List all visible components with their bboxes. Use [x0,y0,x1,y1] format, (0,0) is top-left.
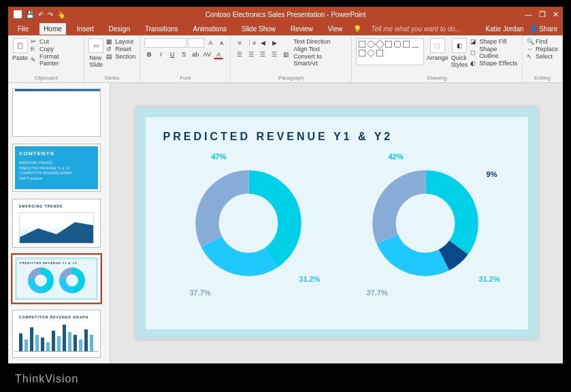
layout-button[interactable]: ▦Layout [106,38,135,45]
cut-button[interactable]: ✂Cut [31,38,80,45]
bullets-button[interactable]: ≡ [235,38,244,48]
align-center-button[interactable]: ☰ [246,50,256,59]
tab-view[interactable]: View [324,23,347,35]
align-right-button[interactable]: ☰ [258,50,267,59]
new-slide-icon: ▭ [88,38,103,53]
group-editing: 🔍Find ↔Replace ↖Select Editing [523,35,563,82]
bold-button[interactable]: B [144,50,154,59]
window-title: Contoso Electronics Sales Presentation -… [206,11,366,18]
slide-canvas[interactable]: PREDICTED REVENUE Y1 & Y2 47% 31.2% 37.7… [110,83,563,363]
underline-button[interactable]: U [167,50,177,59]
title-bar: 💾 ↶ ↷ 👆 Contoso Electronics Sales Presen… [8,7,563,22]
arrange-button[interactable]: ⬚ Arrange [427,38,448,61]
slide[interactable]: PREDICTED REVENUE Y1 & Y2 47% 31.2% 37.7… [136,108,538,339]
thumbnail-3[interactable]: EMERGING TRENDS [12,199,101,247]
tell-me-input[interactable]: Tell me what you want to do... [371,25,461,33]
undo-icon[interactable]: ↶ [38,11,44,18]
ribbon: 📋 Paste ✂Cut ⎘Copy ✎Format Painter Clipb… [8,35,563,83]
shapes-gallery[interactable] [356,38,424,65]
find-button[interactable]: 🔍Find [527,38,558,45]
copy-icon: ⎘ [31,46,37,52]
tab-home[interactable]: Home [39,23,66,35]
lightbulb-icon: 💡 [353,25,361,33]
thumbnail-1[interactable]: BUSINESS PLAN [12,88,101,137]
group-slides: ▭ New Slide ▦Layout ↺Reset ▤Section Slid… [84,35,140,82]
align-left-button[interactable]: ☰ [235,50,244,59]
copy-button[interactable]: ⎘Copy [31,46,80,52]
slide-title[interactable]: PREDICTED REVENUE Y1 & Y2 [163,131,510,143]
chart-label: 37.7% [367,289,388,297]
columns-button[interactable]: ▥ [281,50,291,59]
cursor-icon: ↖ [527,53,534,60]
minimize-button[interactable]: — [525,10,532,18]
group-font: A ᴀ B I U S ab AV A Font [140,35,231,82]
thumbnail-2[interactable]: CONTENTS EMERGING TRENDS PREDICTED REVEN… [12,144,101,192]
close-button[interactable]: ✕ [553,10,559,19]
font-size-select[interactable] [188,38,204,48]
tab-review[interactable]: Review [287,23,317,35]
text-direction-button[interactable]: Text Direction [293,38,347,45]
chart-label: 31.2% [478,275,500,283]
search-icon: 🔍 [527,38,534,45]
group-drawing: ⬚ Arrange ◧ Quick Styles ◪Shape Fill ◻Sh… [352,35,523,82]
tab-animations[interactable]: Animations [189,23,231,35]
indent-left-button[interactable]: ◀ [258,38,267,48]
share-button[interactable]: 👤 Share [529,25,557,33]
brush-icon: ✎ [31,56,37,63]
chart-label: 37.7% [190,289,211,297]
styles-icon: ◧ [452,38,467,53]
replace-button[interactable]: ↔Replace [527,46,558,52]
section-button[interactable]: ▤Section [106,53,135,60]
format-painter-button[interactable]: ✎Format Painter [31,53,80,67]
group-paragraph: ≡ ⋮≡ ◀ ▶ ☰ ☰ ☰ ☰ ▥ Text Direction Align … [231,35,352,82]
strike-button[interactable]: S [179,50,189,59]
italic-button[interactable]: I [156,50,165,59]
fill-icon: ◪ [470,38,477,45]
workspace: BUSINESS PLAN CONTENTS EMERGING TRENDS P… [8,83,563,363]
tab-slideshow[interactable]: Slide Show [238,23,280,35]
effects-icon: ◐ [470,60,477,67]
numbering-button[interactable]: ⋮≡ [246,38,256,48]
user-name[interactable]: Katie Jordan [485,25,523,33]
touch-icon[interactable]: 👆 [57,11,65,18]
app-icon [14,10,22,18]
restore-button[interactable]: ❐ [539,10,546,19]
indent-right-button[interactable]: ▶ [270,38,279,48]
shape-outline-button[interactable]: ◻Shape Outline [470,46,518,59]
shadow-button[interactable]: ab [191,50,200,59]
chart-label: 9% [487,170,497,178]
spacing-button[interactable]: AV [202,50,212,59]
thumbnail-5[interactable]: COMPETITOR REVENUE GRAPH [12,310,101,358]
justify-button[interactable]: ☰ [270,50,279,59]
quick-styles-button[interactable]: ◧ Quick Styles [451,38,468,68]
tab-transitions[interactable]: Transitions [141,23,182,35]
select-button[interactable]: ↖Select [527,53,558,60]
shape-effects-button[interactable]: ◐Shape Effects [470,60,518,67]
save-icon[interactable]: 💾 [26,11,34,18]
tab-file[interactable]: File [14,23,33,35]
donut-chart-y2[interactable]: 42% 9% 31.2% 37.7% [357,152,493,309]
shrink-font-button[interactable]: ᴀ [216,38,226,48]
grow-font-button[interactable]: A [206,38,215,48]
reset-button[interactable]: ↺Reset [106,46,135,52]
clipboard-icon: 📋 [13,38,28,53]
font-family-select[interactable] [144,38,186,48]
donut-chart-y1[interactable]: 47% 31.2% 37.7% [180,152,316,309]
tab-design[interactable]: Design [105,23,134,35]
tab-insert[interactable]: Insert [73,23,98,35]
smartart-button[interactable]: Convert to SmartArt [293,53,347,67]
monitor-brand: ThinkVision [15,373,78,385]
align-text-button[interactable]: Align Text [293,46,347,52]
chart-label: 47% [212,152,227,161]
reset-icon: ↺ [106,46,113,52]
paste-button[interactable]: 📋 Paste [12,38,28,61]
font-color-button[interactable]: A [214,50,223,59]
new-slide-button[interactable]: ▭ New Slide [88,38,103,68]
thumbnail-4[interactable]: PREDICTED REVENUE Y1 & Y2 [12,255,101,303]
replace-icon: ↔ [527,46,534,52]
shape-fill-button[interactable]: ◪Shape Fill [470,38,518,45]
ribbon-tabs: File Home Insert Design Transitions Anim… [8,22,563,35]
slide-thumbnails: BUSINESS PLAN CONTENTS EMERGING TRENDS P… [8,83,110,363]
chart-label: 31.2% [299,275,320,283]
redo-icon[interactable]: ↷ [48,11,53,18]
